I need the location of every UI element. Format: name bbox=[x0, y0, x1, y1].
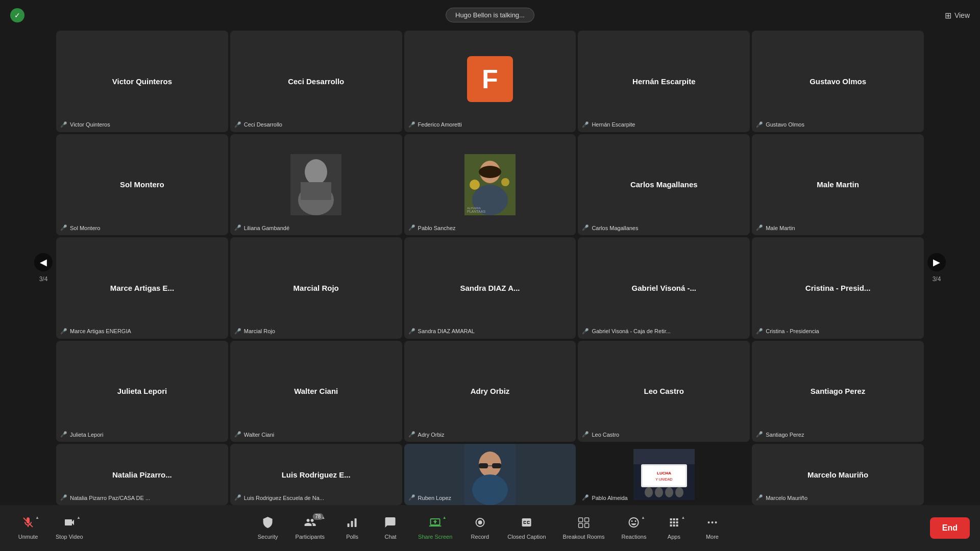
participant-name: 🎤 Luis Rodriguez Escuela de Na... bbox=[234, 494, 324, 501]
toolbar-right: End bbox=[930, 517, 970, 539]
participants-caret[interactable]: ▲ bbox=[321, 515, 325, 520]
next-page-button[interactable]: ▶ 3/4 bbox=[924, 253, 949, 283]
participant-name: 🎤 Ruben Lopez bbox=[408, 494, 451, 501]
record-label: Record bbox=[471, 534, 489, 540]
svg-rect-20 bbox=[643, 466, 685, 486]
participant-tile: Sandra DIAZ A... 🎤 Sandra DIAZ AMARAL bbox=[404, 237, 576, 339]
unmute-label: Unmute bbox=[18, 534, 38, 540]
record-button[interactable]: Record bbox=[462, 512, 498, 544]
participant-display-name: Victor Quinteros bbox=[107, 77, 177, 86]
breakout-rooms-icon bbox=[578, 516, 590, 532]
participant-display-name: Gabriel Visoná -... bbox=[627, 284, 701, 292]
top-bar: ✓ Hugo Bellon is talking... ⊞ View bbox=[0, 0, 980, 31]
participant-name: 🎤 Santiago Perez bbox=[756, 431, 804, 438]
right-page-num: 3/4 bbox=[933, 276, 941, 283]
participant-tile: Natalia Pizarro... 🎤 Natalia Pizarro Paz… bbox=[56, 444, 228, 505]
muted-icon: 🎤 bbox=[582, 224, 589, 231]
participant-tile: Julieta Lepori 🎤 Julieta Lepori bbox=[56, 341, 228, 442]
participant-display-name: Sol Montero bbox=[115, 180, 169, 189]
talking-text: Hugo Bellon is talking... bbox=[455, 11, 525, 19]
svg-rect-29 bbox=[348, 523, 350, 527]
polls-label: Polls bbox=[346, 534, 358, 540]
participant-display-name: Santiago Perez bbox=[805, 387, 871, 395]
svg-point-41 bbox=[715, 521, 717, 523]
more-button[interactable]: More bbox=[694, 512, 730, 544]
participant-name: 🎤 Victor Quinteros bbox=[60, 121, 110, 128]
participant-display-name: Cristina - Presid... bbox=[800, 284, 876, 292]
svg-point-1 bbox=[305, 159, 327, 185]
view-button[interactable]: ⊞ View bbox=[945, 11, 970, 20]
unmute-caret[interactable]: ▲ bbox=[35, 515, 39, 520]
participant-tile: Adry Orbiz 🎤 Adry Orbiz bbox=[404, 341, 576, 442]
muted-icon: 🎤 bbox=[60, 121, 67, 128]
more-icon bbox=[706, 516, 718, 532]
participant-tile: F 🎤 Federico Amoretti bbox=[404, 31, 576, 132]
participant-display-name: Adry Orbiz bbox=[465, 387, 515, 395]
muted-icon: 🎤 bbox=[408, 494, 415, 501]
apps-caret[interactable]: ▲ bbox=[681, 515, 685, 520]
muted-icon: 🎤 bbox=[756, 494, 763, 501]
participant-name: 🎤 Walter Ciani bbox=[234, 431, 275, 438]
security-label: Security bbox=[258, 534, 278, 540]
polls-button[interactable]: Polls bbox=[334, 512, 370, 544]
stop-video-button[interactable]: ▲ Stop Video bbox=[48, 512, 90, 544]
participant-tile: Leo Castro 🎤 Leo Castro bbox=[578, 341, 750, 442]
muted-icon: 🎤 bbox=[60, 494, 67, 501]
participant-tile: Male Martin 🎤 Male Martin bbox=[752, 134, 924, 236]
share-screen-caret[interactable]: ▲ bbox=[443, 515, 447, 520]
unmute-button[interactable]: ▲ Unmute bbox=[10, 512, 46, 544]
svg-rect-36 bbox=[585, 518, 589, 522]
photo-banner: LUCHA Y UNIDAD bbox=[633, 449, 695, 500]
prev-page-button[interactable]: ◀ 3/4 bbox=[31, 253, 56, 283]
participant-name: 🎤 Sol Montero bbox=[60, 224, 100, 231]
end-button[interactable]: End bbox=[930, 517, 970, 539]
svg-rect-14 bbox=[479, 463, 488, 468]
reactions-button[interactable]: ▲ Reactions bbox=[614, 512, 653, 544]
closed-caption-button[interactable]: Closed Caption bbox=[500, 512, 553, 544]
participants-icon: 78 ▲ bbox=[304, 516, 316, 532]
svg-point-26 bbox=[675, 487, 683, 497]
left-arrow-icon[interactable]: ◀ bbox=[34, 253, 53, 271]
muted-icon: 🎤 bbox=[582, 328, 589, 335]
svg-point-40 bbox=[711, 521, 713, 523]
more-label: More bbox=[706, 534, 719, 540]
participant-display-name: Gustavo Olmos bbox=[804, 77, 871, 86]
toolbar: ▲ Unmute ▲ Stop Video Security bbox=[0, 505, 980, 551]
participant-tile: PLANTAAS ALPIARIA 🎤 Pablo Sanchez bbox=[404, 134, 576, 236]
share-screen-icon: ▲ bbox=[429, 516, 442, 532]
muted-icon: 🎤 bbox=[234, 431, 241, 438]
apps-button[interactable]: ▲ Apps bbox=[656, 512, 692, 544]
right-arrow-icon[interactable]: ▶ bbox=[927, 253, 946, 271]
muted-icon: 🎤 bbox=[234, 121, 241, 128]
svg-point-8 bbox=[470, 180, 480, 190]
muted-icon: 🎤 bbox=[60, 431, 67, 438]
svg-text:LUCHA: LUCHA bbox=[657, 471, 671, 475]
muted-icon: 🎤 bbox=[408, 121, 415, 128]
participant-display-name: Male Martin bbox=[812, 180, 864, 189]
muted-icon: 🎤 bbox=[408, 224, 415, 231]
breakout-rooms-button[interactable]: Breakout Rooms bbox=[556, 512, 612, 544]
participant-name: 🎤 Julieta Lepori bbox=[60, 431, 103, 438]
svg-rect-31 bbox=[355, 518, 357, 527]
closed-caption-icon bbox=[521, 516, 533, 532]
participant-name: 🎤 Male Martin bbox=[756, 224, 795, 231]
participant-name: 🎤 Gustavo Olmos bbox=[756, 121, 804, 128]
chat-button[interactable]: Chat bbox=[373, 512, 408, 544]
security-button[interactable]: Security bbox=[250, 512, 286, 544]
svg-point-7 bbox=[479, 166, 501, 178]
participant-tile: Marce Artigas E... 🎤 Marce Artigas ENERG… bbox=[56, 237, 228, 339]
share-screen-button[interactable]: ▲ Share Screen bbox=[411, 512, 459, 544]
reactions-caret[interactable]: ▲ bbox=[641, 515, 645, 520]
stop-video-label: Stop Video bbox=[56, 534, 83, 540]
participant-name: 🎤 Cristina - Presidencia bbox=[756, 328, 819, 335]
participant-name: 🎤 Liliana Gambandé bbox=[234, 224, 289, 231]
svg-marker-32 bbox=[433, 520, 437, 523]
participant-name: 🎤 Federico Amoretti bbox=[408, 121, 462, 128]
participants-button[interactable]: 78 ▲ Participants bbox=[288, 512, 332, 544]
muted-icon: 🎤 bbox=[408, 328, 415, 335]
avatar-letter: F bbox=[467, 56, 513, 102]
svg-text:Y UNIDAD: Y UNIDAD bbox=[655, 478, 672, 481]
svg-point-9 bbox=[501, 178, 509, 186]
stop-video-caret[interactable]: ▲ bbox=[77, 515, 81, 520]
participant-name: 🎤 Leo Castro bbox=[582, 431, 619, 438]
